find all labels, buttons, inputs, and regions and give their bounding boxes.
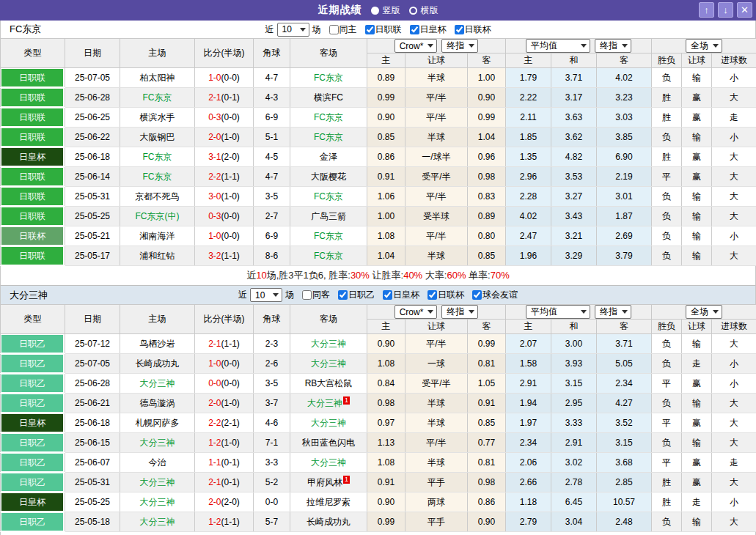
odds-source-header: Crow*终指	[367, 39, 506, 54]
home-odds: 0.98	[367, 394, 405, 413]
full-time-score: 2-2	[208, 418, 221, 428]
handicap-line: 半球	[405, 68, 468, 88]
odds-source-select[interactable]: Crow*	[394, 305, 438, 319]
avg-source-select[interactable]: 平均值	[526, 305, 590, 319]
handicap-line: 受半球	[405, 207, 468, 226]
full-time-score: 1-2	[208, 438, 221, 448]
full-time-score: 1-0	[208, 231, 221, 241]
team-section: FC东京近10场同主日职联日皇杯日联杯类型日期主场比分(半场)角球客场Crow*…	[0, 21, 756, 285]
score-cell: 1-2(1-1)	[195, 512, 254, 532]
result-handicap: 赢	[682, 374, 712, 394]
half-time-score: (0-1)	[221, 92, 240, 103]
away-team-name: 秋田蓝色闪电	[302, 438, 355, 448]
column-header: 客场	[290, 305, 367, 334]
red-card-badge: 1	[343, 476, 350, 484]
layout-horizontal-radio[interactable]: 横版	[409, 4, 438, 17]
full-time-score: 3-2	[208, 251, 221, 261]
summary-part: 单率:	[466, 270, 490, 281]
full-time-score: 1-0	[208, 73, 221, 83]
match-date: 25-05-21	[65, 226, 120, 246]
avg-away-odds: 3.71	[597, 334, 652, 354]
match-row: 日职联25-06-14FC东京2-2(1-1)4-7大阪樱花0.91受平/半0.…	[1, 167, 756, 187]
home-team-cell: 大分三神	[120, 512, 195, 532]
full-time-score: 1-1	[208, 457, 221, 468]
league-type-badge: 日职乙	[1, 434, 63, 451]
league-filter-1-checkbox[interactable]	[410, 25, 419, 34]
same-venue-filter[interactable]: 同客	[297, 289, 330, 301]
match-row: 日皇杯25-06-18札幌冈萨多2-2(2-1)4-6大分三神0.97半球0.8…	[1, 413, 756, 433]
odds-source-select[interactable]: Crow*	[394, 39, 438, 53]
corner-score: 4-5	[254, 147, 290, 167]
league-filter-0[interactable]: 日职联	[360, 23, 402, 36]
summary-part: 40%	[403, 270, 422, 281]
result-outcome: 负	[652, 207, 682, 226]
recent-label: 近	[265, 23, 274, 36]
league-filter-1[interactable]: 日皇杯	[405, 23, 447, 36]
scroll-down-button[interactable]: ↓	[718, 2, 733, 18]
odds-stage-select[interactable]: 终指	[441, 39, 478, 53]
chevron-down-icon	[581, 310, 587, 314]
score-cell: 0-3(0-0)	[195, 207, 254, 226]
up-arrow-icon: ↑	[704, 4, 709, 15]
same-venue-filter-checkbox[interactable]	[329, 25, 339, 34]
scroll-up-button[interactable]: ↑	[699, 2, 714, 18]
layout-vertical-radio[interactable]: 竖版	[371, 4, 400, 17]
home-team-name: 今治	[149, 457, 166, 468]
league-filter-2-checkbox[interactable]	[427, 290, 437, 300]
away-odds: 0.91	[468, 394, 506, 413]
away-team-name: RB大宫松鼠	[305, 378, 353, 388]
league-filter-3-checkbox[interactable]	[472, 290, 482, 300]
avg-away-odds: 3.23	[597, 88, 652, 108]
column-header: 日期	[65, 39, 120, 68]
match-scope-select[interactable]: 全场	[686, 39, 722, 53]
close-button[interactable]: ✕	[737, 2, 752, 18]
league-filter-3[interactable]: 球会友谊	[467, 289, 518, 301]
avg-stage-select[interactable]: 终指	[595, 39, 631, 53]
avg-draw-odds: 6.45	[551, 492, 597, 512]
away-team-name: 拉维尼罗索	[307, 497, 351, 507]
league-filter-1[interactable]: 日皇杯	[378, 289, 419, 301]
odds-source-select-value: Crow*	[400, 41, 424, 51]
avg-stage-select[interactable]: 终指	[595, 305, 631, 319]
league-filter-0-checkbox[interactable]	[338, 290, 348, 300]
league-filter-2[interactable]: 日联杯	[449, 23, 491, 36]
league-type-badge: 日职乙	[1, 374, 63, 392]
corner-score: 5-7	[254, 512, 290, 532]
chevron-down-icon	[427, 310, 433, 314]
same-venue-filter-checkbox[interactable]	[302, 290, 312, 300]
summary-part: 场,胜3平1负6, 胜率:	[267, 270, 351, 281]
games-count-select[interactable]: 10	[277, 23, 309, 37]
result-goals: 走	[712, 108, 756, 128]
league-type-badge: 日职乙	[1, 513, 63, 531]
league-filter-0-checkbox[interactable]	[365, 25, 375, 34]
column-header: 主场	[120, 39, 195, 68]
handicap-line: 受平/半	[405, 167, 468, 187]
league-filter-1-checkbox[interactable]	[383, 290, 392, 300]
home-team-name: 大分三神	[140, 477, 175, 487]
league-type-cell: 日职乙	[1, 374, 65, 394]
home-team-cell: 湘南海洋	[120, 226, 195, 246]
home-odds: 0.99	[367, 512, 405, 532]
match-row: 日职联25-05-17浦和红钻3-2(1-1)8-6FC东京1.04半球0.85…	[1, 246, 756, 266]
league-filter-0-label: 日职联	[375, 23, 402, 36]
avg-source-select[interactable]: 平均值	[526, 39, 590, 53]
column-header: 角球	[254, 39, 290, 68]
full-time-score: 1-2	[208, 517, 221, 527]
away-team-name: 横滨FC	[314, 92, 343, 103]
odds-stage-select[interactable]: 终指	[441, 305, 478, 319]
away-team-name: 大分三神	[311, 339, 346, 349]
corner-score: 4-7	[254, 68, 290, 88]
corner-score: 7-1	[254, 433, 290, 453]
match-scope-select[interactable]: 全场	[686, 305, 722, 319]
league-filter-2[interactable]: 日联杯	[422, 289, 464, 301]
team-name: FC东京	[10, 23, 41, 36]
away-odds: 0.77	[468, 433, 506, 453]
same-venue-filter[interactable]: 同主	[324, 23, 357, 36]
league-filter-2-checkbox[interactable]	[455, 25, 464, 34]
avg-source-header: 平均值终指	[506, 305, 652, 320]
score-cell: 2-0(1-0)	[195, 128, 254, 147]
games-count-select[interactable]: 10	[250, 288, 282, 302]
league-filter-0[interactable]: 日职乙	[333, 289, 375, 301]
result-goals: 大	[712, 167, 756, 187]
score-cell: 3-1(2-0)	[195, 147, 254, 167]
